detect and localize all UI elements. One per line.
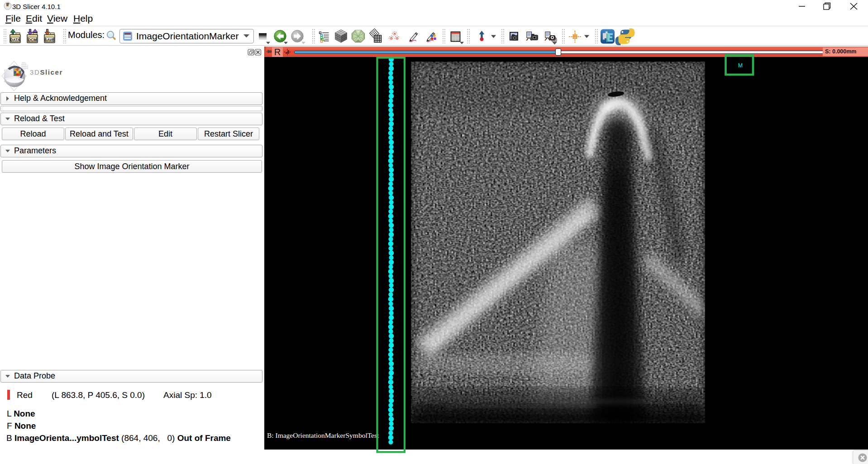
svg-text:DATA: DATA — [10, 38, 20, 42]
svg-text:DCM: DCM — [28, 38, 37, 42]
svg-text:SAVE: SAVE — [44, 38, 55, 42]
